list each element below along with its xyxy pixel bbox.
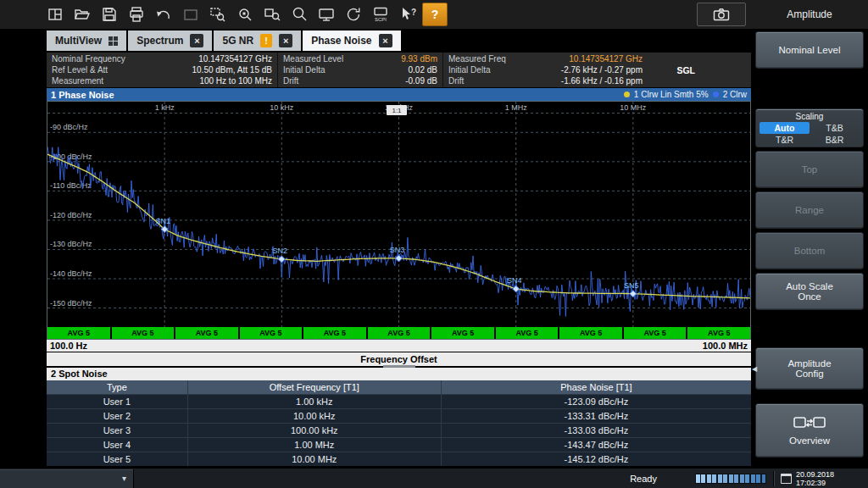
tab-label: Phase Noise [311, 35, 371, 47]
auto-scale-once-button[interactable]: Auto Scale Once [755, 273, 864, 310]
top-button: Top [755, 151, 864, 188]
info-row: Measured Level9.93 dBm [278, 53, 442, 64]
datetime: 20.09.2018 17:02:39 [781, 470, 834, 487]
avg-segment: AVG 5 [303, 327, 366, 339]
info-value: 9.93 dBm [401, 53, 437, 64]
scpi-button[interactable]: SCPI [368, 3, 393, 26]
avg-segment: AVG 5 [112, 327, 175, 339]
range-button: Range [755, 191, 864, 229]
info-value: 100 Hz to 100 MHz [199, 75, 272, 86]
open-button[interactable] [70, 3, 95, 26]
avg-segment: AVG 5 [687, 327, 750, 339]
zoom-ratio-badge[interactable]: 1:1 [387, 105, 407, 115]
table-row[interactable]: User 41.00 MHz-143.47 dBc/Hz [47, 437, 751, 452]
column-header: Type [47, 380, 187, 394]
table-cell: 10.00 kHz [187, 408, 441, 423]
undo-button[interactable] [151, 3, 176, 26]
info-label: Measurement [52, 75, 103, 86]
avg-segment: AVG 5 [431, 327, 494, 339]
marker-label: SN4 [507, 276, 522, 285]
info-row: Drift-1.66 kHz / -0.16 ppm [443, 75, 751, 86]
tab-5g-nr[interactable]: 5G NR ! × [214, 30, 301, 51]
table-row[interactable]: User 3100.00 kHz-133.03 dBc/Hz [47, 423, 751, 437]
marker-label: SN1 [155, 217, 170, 225]
window-title: 1 Phase Noise [51, 90, 114, 100]
table-row[interactable]: User 510.00 MHz-145.12 dBc/Hz [47, 452, 751, 466]
save-button[interactable] [97, 3, 122, 26]
info-value: -0.09 dB [405, 75, 437, 86]
table-row[interactable]: User 210.00 kHz-133.31 dBc/Hz [47, 408, 751, 423]
table-cell: User 2 [47, 408, 187, 423]
status-bar: ▾ Ready 20.09.2018 17:02:39 [0, 468, 868, 488]
close-icon[interactable]: × [379, 34, 392, 47]
screenshot-button[interactable] [697, 3, 746, 26]
svg-text:-150 dBc/Hz: -150 dBc/Hz [50, 299, 92, 308]
tab-spectrum[interactable]: Spectrum × [128, 30, 212, 51]
table-cell: -123.09 dBc/Hz [441, 394, 751, 408]
plot-frame: 1 kHz10 kHz100 kHz1 MHz10 MHz-90 dBc/Hz-… [47, 101, 751, 340]
context-help-button[interactable]: ? [395, 3, 420, 26]
tab-phase-noise[interactable]: Phase Noise × [303, 30, 400, 51]
scaling-option-tr[interactable]: T&R [760, 134, 810, 146]
window-tiles-icon [47, 6, 64, 23]
scaling-option-tb[interactable]: T&B [810, 122, 860, 134]
scaling-option-auto[interactable]: Auto [760, 122, 810, 134]
avg-segment: AVG 5 [47, 327, 110, 339]
printer-icon [128, 6, 145, 23]
scaling-option-br[interactable]: B&R [810, 134, 860, 146]
table-cell: 1.00 kHz [187, 394, 441, 408]
tab-multiview[interactable]: MultiView [47, 30, 126, 51]
svg-text:10 MHz: 10 MHz [620, 103, 647, 112]
phase-noise-plot[interactable]: 1 kHz10 kHz100 kHz1 MHz10 MHz-90 dBc/Hz-… [47, 102, 750, 327]
marker-label: SN5 [624, 281, 639, 290]
scpi-label: SCPI [375, 17, 387, 22]
amplitude-config-button[interactable]: ◀ Amplitude Config [755, 347, 864, 390]
warning-icon: ! [260, 34, 272, 47]
help-button[interactable]: ? [422, 3, 448, 26]
camera-icon [712, 6, 731, 23]
multiview-grid-icon [108, 36, 118, 46]
zoom-select-button[interactable] [232, 3, 258, 26]
table-cell: 10.00 MHz [187, 452, 441, 466]
x-axis-scale-row: 100.0 Hz 100.0 MHz [47, 340, 751, 352]
help-cursor-icon: ? [399, 6, 416, 23]
measurement-info-bar: Nominal Frequency10.147354127 GHzRef Lev… [47, 53, 751, 88]
status-dropdown[interactable]: ▾ [0, 469, 134, 488]
table-cell: User 4 [47, 437, 187, 452]
search-button[interactable] [287, 3, 312, 26]
tab-label: Spectrum [136, 35, 183, 47]
windows-button[interactable] [42, 3, 68, 26]
table-row[interactable]: User 11.00 kHz-123.09 dBc/Hz [47, 394, 751, 408]
nominal-level-button[interactable]: Nominal Level [755, 31, 864, 69]
table-cell: -145.12 dBc/Hz [441, 452, 751, 466]
avg-segment: AVG 5 [624, 327, 687, 339]
redo-icon [182, 6, 199, 23]
close-icon[interactable]: × [279, 34, 292, 47]
phase-noise-window: 1 Phase Noise 1 Clrw Lin Smth 5% 2 Clrw … [47, 88, 751, 366]
display-button[interactable] [314, 3, 339, 26]
phase-noise-titlebar[interactable]: 1 Phase Noise 1 Clrw Lin Smth 5% 2 Clrw [47, 88, 751, 101]
close-icon[interactable]: × [190, 34, 203, 47]
print-button[interactable] [124, 3, 149, 26]
svg-text:-110 dBc/Hz: -110 dBc/Hz [50, 181, 92, 190]
svg-text:-130 dBc/Hz: -130 dBc/Hz [50, 240, 92, 248]
statusbar-divider [773, 471, 774, 486]
info-row: Measurement100 Hz to 100 MHz [47, 75, 277, 86]
zoom-window-button[interactable] [259, 3, 285, 26]
progress-bar [695, 474, 766, 484]
zoom-mode-button[interactable] [205, 3, 231, 26]
overview-button[interactable]: Overview [755, 403, 864, 458]
info-label: Initial Delta [448, 64, 490, 75]
preset-button[interactable] [341, 3, 366, 26]
svg-text:-120 dBc/Hz: -120 dBc/Hz [50, 211, 92, 219]
time-text: 17:02:39 [796, 479, 834, 487]
scaling-options: Auto T&B T&R B&R [760, 122, 860, 146]
info-value: 10.147354127 GHz [198, 53, 272, 64]
info-value: -1.66 kHz / -0.16 ppm [561, 75, 643, 86]
help-icon: ? [431, 8, 439, 21]
scaling-group: Scaling Auto T&B T&R B&R [755, 108, 864, 147]
info-row: Drift-0.09 dB [278, 75, 442, 86]
bottom-button: Bottom [755, 232, 864, 269]
info-row: Initial Delta0.02 dB [278, 64, 442, 75]
redo-button[interactable] [178, 3, 203, 26]
